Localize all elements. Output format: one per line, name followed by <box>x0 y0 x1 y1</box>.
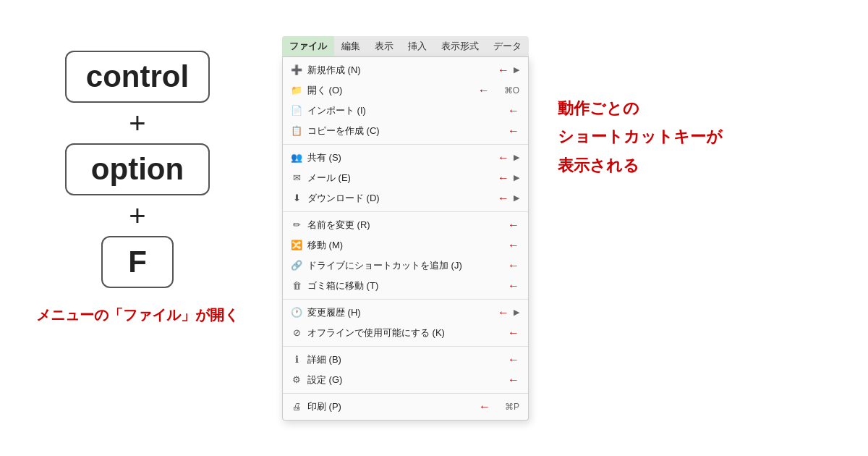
print-icon: 🖨 <box>290 400 303 413</box>
shortcut-label: ドライブにショートカットを追加 (J) <box>307 259 505 272</box>
menu-item-print[interactable]: 🖨 印刷 (P) ← ⌘P <box>283 397 528 417</box>
email-red-arrow: ← <box>498 172 509 185</box>
history-red-arrow: ← <box>498 306 509 319</box>
open-shortcut: ⌘O <box>504 85 519 96</box>
offline-red-arrow: ← <box>508 326 519 339</box>
move-label: 移動 (M) <box>307 239 505 252</box>
menu-item-trash[interactable]: 🗑 ゴミ箱に移動 (T) ← <box>283 276 528 296</box>
tab-edit[interactable]: 編集 <box>334 36 367 56</box>
menu-tabs: ファイル 編集 表示 挿入 表示形式 データ <box>282 36 529 57</box>
new-red-arrow: ← <box>498 64 509 77</box>
import-icon: 📄 <box>290 104 303 117</box>
control-key: control <box>65 51 210 103</box>
open-label: 開く (O) <box>307 84 475 97</box>
menu-item-download[interactable]: ⬇ ダウンロード (D) ← ▶ <box>283 188 528 208</box>
menu-item-move[interactable]: 🔀 移動 (M) ← <box>283 235 528 256</box>
menu-section-5: ℹ 詳細 (B) ← ⚙ 設定 (G) ← <box>283 347 528 394</box>
menu-item-shortcut[interactable]: 🔗 ドライブにショートカットを追加 (J) ← <box>283 256 528 276</box>
plus-1: + <box>129 106 145 140</box>
copy-red-arrow: ← <box>508 124 519 138</box>
new-arrow: ▶ <box>514 65 519 75</box>
menu-item-rename[interactable]: ✏ 名前を変更 (R) ← <box>283 215 528 235</box>
details-label: 詳細 (B) <box>307 353 505 366</box>
import-red-arrow: ← <box>508 104 519 117</box>
menu-section-1: ➕ 新規作成 (N) ← ▶ 📁 開く (O) ← ⌘O 📄 インポート (I)… <box>283 57 528 145</box>
download-icon: ⬇ <box>290 192 303 205</box>
trash-icon: 🗑 <box>290 279 303 292</box>
email-arrow: ▶ <box>514 173 519 182</box>
menu-item-share[interactable]: 👥 共有 (S) ← ▶ <box>283 148 528 168</box>
menu-item-new[interactable]: ➕ 新規作成 (N) ← ▶ <box>283 60 528 80</box>
main-container: control + option + F メニューの「ファイル」が開く ファイル… <box>36 36 832 421</box>
option-key: option <box>65 143 210 195</box>
key-combo: control + option + F メニューの「ファイル」が開く <box>36 36 239 325</box>
move-icon: 🔀 <box>290 239 303 252</box>
trash-red-arrow: ← <box>508 279 519 292</box>
offline-label: オフラインで使用可能にする (K) <box>307 326 505 339</box>
menu-section-2: 👥 共有 (S) ← ▶ ✉ メール (E) ← ▶ ⬇ ダウンロード (D) … <box>283 145 528 212</box>
menu-body: ➕ 新規作成 (N) ← ▶ 📁 開く (O) ← ⌘O 📄 インポート (I)… <box>282 57 529 421</box>
new-icon: ➕ <box>290 64 303 77</box>
download-red-arrow: ← <box>498 192 509 205</box>
menu-item-settings[interactable]: ⚙ 設定 (G) ← <box>283 370 528 390</box>
settings-icon: ⚙ <box>290 373 303 387</box>
details-red-arrow: ← <box>508 353 519 366</box>
tab-insert[interactable]: 挿入 <box>401 36 434 56</box>
tab-data[interactable]: データ <box>486 36 529 56</box>
menu-item-open[interactable]: 📁 開く (O) ← ⌘O <box>283 80 528 101</box>
move-red-arrow: ← <box>508 239 519 252</box>
f-key: F <box>101 236 174 288</box>
right-caption-line2: ショートカットキーが <box>558 122 723 151</box>
print-shortcut: ⌘P <box>505 402 519 412</box>
menu-container: ファイル 編集 表示 挿入 表示形式 データ ➕ 新規作成 (N) ← ▶ 📁 … <box>282 36 529 421</box>
menu-item-history[interactable]: 🕐 変更履歴 (H) ← ▶ <box>283 303 528 323</box>
rename-label: 名前を変更 (R) <box>307 219 505 232</box>
import-label: インポート (I) <box>307 104 505 117</box>
share-red-arrow: ← <box>498 151 509 164</box>
shortcut-icon: 🔗 <box>290 259 303 272</box>
tab-file[interactable]: ファイル <box>282 36 334 56</box>
menu-item-offline[interactable]: ⊘ オフラインで使用可能にする (K) ← <box>283 323 528 343</box>
download-label: ダウンロード (D) <box>307 192 495 205</box>
history-label: 変更履歴 (H) <box>307 306 495 319</box>
menu-section-4: 🕐 変更履歴 (H) ← ▶ ⊘ オフラインで使用可能にする (K) ← <box>283 300 528 347</box>
settings-label: 設定 (G) <box>307 373 505 387</box>
rename-red-arrow: ← <box>508 219 519 232</box>
rename-icon: ✏ <box>290 219 303 232</box>
left-caption: メニューの「ファイル」が開く <box>36 305 239 325</box>
right-caption: 動作ごとの ショートカットキーが 表示される <box>558 94 723 180</box>
history-arrow: ▶ <box>514 308 519 317</box>
share-icon: 👥 <box>290 151 303 164</box>
trash-label: ゴミ箱に移動 (T) <box>307 279 505 292</box>
tab-view[interactable]: 表示 <box>367 36 401 56</box>
email-label: メール (E) <box>307 172 495 185</box>
copy-label: コピーを作成 (C) <box>307 124 505 138</box>
shortcut-red-arrow: ← <box>508 259 519 272</box>
plus-2: + <box>129 198 145 233</box>
settings-red-arrow: ← <box>508 373 519 387</box>
share-label: 共有 (S) <box>307 151 495 164</box>
menu-item-email[interactable]: ✉ メール (E) ← ▶ <box>283 168 528 188</box>
new-label: 新規作成 (N) <box>307 64 495 77</box>
history-icon: 🕐 <box>290 306 303 319</box>
details-icon: ℹ <box>290 353 303 366</box>
share-arrow: ▶ <box>514 153 519 162</box>
menu-item-details[interactable]: ℹ 詳細 (B) ← <box>283 350 528 370</box>
menu-item-import[interactable]: 📄 インポート (I) ← <box>283 101 528 121</box>
tab-format[interactable]: 表示形式 <box>434 36 486 56</box>
menu-section-6: 🖨 印刷 (P) ← ⌘P <box>283 394 528 420</box>
right-caption-line1: 動作ごとの <box>558 94 723 123</box>
copy-icon: 📋 <box>290 124 303 138</box>
offline-icon: ⊘ <box>290 326 303 339</box>
menu-section-3: ✏ 名前を変更 (R) ← 🔀 移動 (M) ← 🔗 ドライブにショートカットを… <box>283 212 528 300</box>
print-red-arrow: ← <box>479 400 490 413</box>
download-arrow: ▶ <box>514 193 519 203</box>
right-caption-line3: 表示される <box>558 151 723 180</box>
open-icon: 📁 <box>290 84 303 97</box>
menu-item-copy[interactable]: 📋 コピーを作成 (C) ← <box>283 121 528 141</box>
email-icon: ✉ <box>290 172 303 185</box>
open-red-arrow: ← <box>478 84 490 97</box>
print-label: 印刷 (P) <box>307 400 476 413</box>
